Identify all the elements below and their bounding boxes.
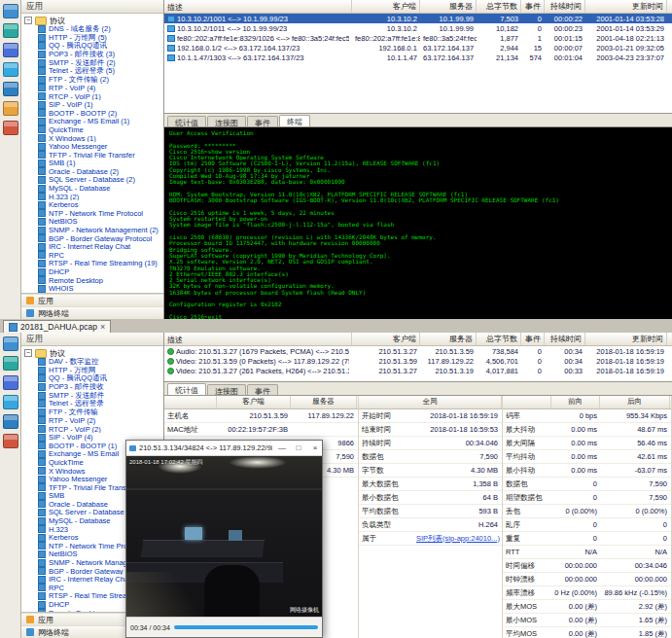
network-profile-icon[interactable] — [3, 337, 18, 351]
tab-统计值[interactable]: 统计值 — [167, 116, 206, 126]
protocol-tree-item[interactable]: RTCP - VoIP (1) — [24, 92, 163, 101]
protocol-tree-item[interactable]: POP3 - 邮件接收 (3) — [24, 51, 163, 59]
close-button[interactable]: × — [308, 443, 322, 452]
tab-事件[interactable]: 事件 — [247, 116, 278, 126]
table-row[interactable]: 10.1.1.47/1303 <--> 63.172.164.137/2310.… — [164, 53, 672, 62]
protocol-tree-item[interactable]: BOOTP - BOOTP (2) — [24, 109, 163, 118]
adapter-icon[interactable] — [3, 23, 18, 38]
packet-view-icon[interactable] — [3, 414, 18, 429]
protocol-tree-item[interactable]: Yahoo Messenger — [24, 142, 163, 151]
column-header[interactable]: 持续时间 — [545, 0, 585, 13]
tab-统计值[interactable]: 统计值 — [167, 383, 206, 395]
collapse-icon[interactable]: − — [24, 349, 32, 357]
protocol-tree-item[interactable]: RTP - VoIP (4) — [24, 84, 163, 92]
minimize-button[interactable]: — — [275, 443, 289, 452]
tab-连接图[interactable]: 连接图 — [207, 116, 246, 126]
protocol-tree-root[interactable]: −协议 — [24, 16, 163, 25]
protocol-tree-item[interactable]: SNMP - Network Management (2) — [24, 226, 163, 234]
tab-事件[interactable]: 事件 — [247, 384, 278, 395]
table-row[interactable]: 192.168.0.1/2 <--> 63.172.164.137/23192.… — [164, 43, 672, 53]
protocol-tree-item[interactable]: SIP - VoIP (1) — [24, 100, 163, 109]
video-window-titlebar[interactable]: 210.51.3.134/34824 <-> 117.89.129.22/986… — [126, 441, 322, 456]
protocol-tree-item[interactable]: RTP - VoIP (2) — [24, 416, 163, 425]
maximize-button[interactable]: □ — [292, 443, 305, 452]
collapse-icon[interactable]: − — [24, 17, 32, 24]
protocol-tree-item[interactable]: SMTP - 发送邮件 — [24, 391, 163, 400]
column-header[interactable]: 事件 — [521, 333, 545, 345]
table-row[interactable]: Audio: 210.51.3.27 (1679 Packets, PCMA) … — [164, 346, 672, 356]
node-explorer-icon[interactable] — [3, 62, 18, 77]
protocol-tree-item[interactable]: QQ - 腾讯QQ通讯 — [24, 42, 163, 51]
protocol-tree-item[interactable]: X Windows (1) — [24, 134, 163, 143]
column-header[interactable]: 服务器 — [420, 333, 477, 345]
protocol-tree-item[interactable]: Oracle - Database (2) — [24, 167, 163, 176]
table-row[interactable]: 10.3.10.2/1001 <--> 10.1.99.99/2310.3.10… — [164, 14, 672, 23]
network-profile-icon[interactable] — [3, 4, 18, 18]
table-row[interactable]: fe80::202:a7ff:fe1e:8329/1026 <--> fe80:… — [164, 33, 672, 43]
table-row[interactable]: 10.3.10.2/1011 <--> 10.1.99.99/2310.3.10… — [164, 23, 672, 33]
adapter-icon[interactable] — [3, 356, 18, 371]
column-header[interactable]: 总字节数 — [477, 333, 521, 345]
column-header[interactable]: 服务器 — [420, 0, 477, 13]
protocol-icon — [38, 268, 46, 276]
protocol-tree-item[interactable]: DAV - 数字监控 — [24, 358, 163, 367]
protocol-tree-item[interactable]: FTP - 文件传输 — [24, 408, 163, 417]
column-header[interactable]: 更新时间 — [585, 333, 667, 345]
column-header[interactable]: 更新时间 — [585, 0, 667, 13]
protocol-tree-item[interactable]: TFTP - Trivial File Transfer — [24, 151, 163, 160]
protocol-tree-item[interactable]: HTTP - 万维网 (5) — [24, 34, 163, 43]
protocol-tree-item[interactable]: SMTP - 发送邮件 (2) — [24, 58, 163, 67]
document-tab[interactable]: 20181_DAHUA.pcap × — [3, 320, 111, 333]
tab-连接图[interactable]: 连接图 — [207, 384, 246, 395]
protocol-tree-root[interactable]: −协议 — [24, 348, 163, 358]
column-header[interactable]: 总字节数 — [477, 0, 521, 13]
filter-icon[interactable] — [3, 375, 18, 390]
protocol-tree-item[interactable]: H.323 (2) — [24, 193, 163, 201]
filter-icon[interactable] — [3, 43, 18, 57]
seek-bar[interactable] — [174, 625, 318, 629]
protocol-tree-item[interactable]: DNS - 域名服务 (2) — [24, 25, 163, 34]
protocol-tree-item[interactable]: IRC - Internet Relay Chat — [24, 242, 163, 251]
protocol-tree-item[interactable]: Exchange - MS Email (1) — [24, 118, 163, 126]
protocol-tree-item[interactable]: WHOIS — [24, 284, 163, 293]
protocol-tree-item[interactable]: RTCP - VoIP (2) — [24, 425, 163, 434]
sidebar-footer-button[interactable]: 应用 — [21, 294, 163, 306]
table-row[interactable]: Video: 210.51.3.27 (261 Packets, H264) <… — [164, 366, 672, 375]
protocol-tree-item[interactable]: QQ - 腾讯QQ通讯 — [24, 374, 163, 383]
protocol-tree-item[interactable]: QuickTime — [24, 125, 163, 134]
sidebar-footer-button[interactable]: 网络终端 — [21, 306, 163, 319]
protocol-tree-item[interactable]: Remote Desktop — [24, 276, 163, 285]
protocol-tree-item[interactable]: SQL Server - Database (2) — [24, 176, 163, 185]
protocol-tree-item[interactable]: Telnet - 远程登录 (5) — [24, 67, 163, 76]
protocol-tree-item[interactable]: Kerberos — [24, 200, 163, 209]
protocol-tree-item[interactable]: FTP - 文件传输 (2) — [24, 76, 163, 85]
video-player-window[interactable]: 210.51.3.134/34824 <-> 117.89.129.22/986… — [125, 440, 323, 638]
protocol-tree-item[interactable]: DHCP — [24, 267, 163, 276]
telnet-terminal[interactable]: User Access Verification Password: *****… — [164, 127, 672, 319]
related-session-link[interactable]: SIP列表(sip-app:24010...) — [413, 534, 501, 544]
alarm-icon[interactable] — [3, 121, 18, 135]
close-tab-icon[interactable]: × — [100, 323, 105, 332]
alarm-icon[interactable] — [3, 434, 18, 448]
protocol-tree-item[interactable]: MySQL - Database — [24, 184, 163, 193]
log-view-icon[interactable] — [3, 101, 18, 116]
column-header[interactable]: 描述 — [164, 333, 352, 345]
protocol-tree-item[interactable]: NTP - Network Time Protocol — [24, 209, 163, 218]
protocol-tree-item[interactable]: SMB (1) — [24, 160, 163, 168]
column-header[interactable]: 事件 — [521, 0, 545, 13]
protocol-tree-item[interactable]: NetBIOS — [24, 218, 163, 227]
table-row[interactable]: Video: 210.51.3.59 (0 Packets) <--> 117.… — [164, 356, 672, 366]
protocol-tree-item[interactable]: Telnet - 远程登录 — [24, 400, 163, 408]
packet-view-icon[interactable] — [3, 82, 18, 96]
column-header[interactable]: 持续时间 — [545, 333, 585, 345]
tab-终端[interactable]: 终端 — [279, 115, 310, 126]
protocol-tree-item[interactable]: POP3 - 邮件接收 — [24, 383, 163, 392]
protocol-tree-item[interactable]: BGP - Border Gateway Protocol — [24, 234, 163, 243]
protocol-tree-item[interactable]: RPC — [24, 251, 163, 260]
column-header[interactable]: 描述 — [164, 0, 352, 13]
protocol-tree-item[interactable]: HTTP - 万维网 — [24, 367, 163, 375]
column-header[interactable]: 客户端 — [352, 0, 420, 13]
column-header[interactable]: 客户端 — [352, 333, 420, 345]
protocol-tree-item[interactable]: RTSP - Real Time Streaming (19) — [24, 260, 163, 268]
node-explorer-icon[interactable] — [3, 395, 18, 409]
